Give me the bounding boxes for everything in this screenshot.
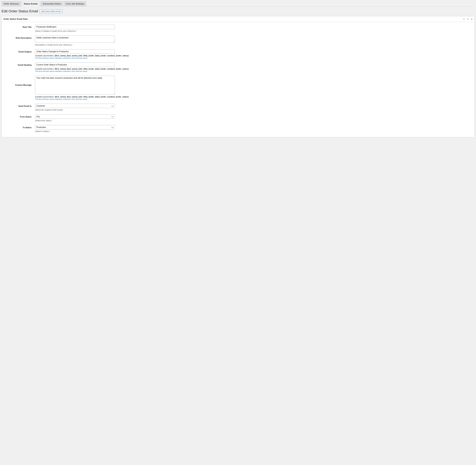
panel-title: Order Status Email Data [3, 18, 28, 20]
panel-collapse-icon[interactable] [471, 18, 473, 20]
email-subject-label: Email Subject [19, 51, 32, 53]
email-subject-placeholders: Available placeholders: {first_name}, {l… [35, 54, 471, 57]
to-status-hint: (Select to status.) [35, 130, 471, 132]
send-email-to-label: Send Email to [18, 105, 32, 107]
rule-description-label: Rule Description [16, 37, 32, 39]
rule-description-hint: (Description in emails list for your ref… [35, 44, 471, 46]
to-status-select[interactable]: Production [35, 125, 115, 129]
rule-title-input[interactable] [35, 25, 115, 29]
tab-status-emails[interactable]: Status Emails [22, 1, 40, 7]
from-status-select[interactable]: Any [35, 114, 115, 119]
email-heading-placeholders: Available placeholders: {first_name}, {l… [35, 68, 471, 70]
order-status-email-data-panel: Order Status Email Data Rule Title (Name… [1, 16, 475, 137]
add-order-status-email-button[interactable]: Add Order Status Email [40, 9, 63, 13]
email-heading-input[interactable] [35, 63, 115, 67]
from-status-hint: (Select from status.) [35, 119, 471, 122]
custom-message-placeholders: Available placeholders: {first_name}, {l… [35, 96, 471, 98]
tab-cron-job-settings[interactable]: Cron Job Settings [64, 1, 86, 7]
send-email-to-hint: (Select the recipient of the email.) [35, 109, 471, 111]
email-heading-label: Email Heading [18, 64, 32, 66]
send-email-to-select[interactable]: Customer [35, 104, 115, 108]
rule-title-label: Rule Title [22, 26, 32, 28]
top-tabs: Order Statuses Status Emails Automation … [1, 0, 475, 7]
to-status-label: To Status [22, 127, 32, 129]
page-title: Edit Order Status Email [1, 9, 38, 13]
tab-automation-rules[interactable]: Automation Rules [41, 1, 63, 7]
custom-message-textarea[interactable]: Your order has been moved to production … [35, 76, 115, 95]
from-status-label: From Status [20, 116, 32, 118]
rule-description-textarea[interactable]: Notify customers when in production [35, 35, 115, 42]
tab-order-statuses[interactable]: Order Statuses [1, 1, 21, 7]
email-heading-name-note[interactable]: The first and last name indicates custom… [35, 70, 471, 72]
email-subject-input[interactable] [35, 49, 115, 54]
panel-move-down-icon[interactable] [467, 18, 469, 20]
panel-move-up-icon[interactable] [463, 18, 465, 20]
email-subject-name-note[interactable]: The first and last name indicates custom… [35, 57, 471, 59]
rule-title-hint: (Name to display in emails list for your… [35, 30, 471, 32]
custom-message-label: Custom Message [15, 84, 32, 86]
custom-message-name-note[interactable]: The first and last name indicates custom… [35, 98, 471, 100]
